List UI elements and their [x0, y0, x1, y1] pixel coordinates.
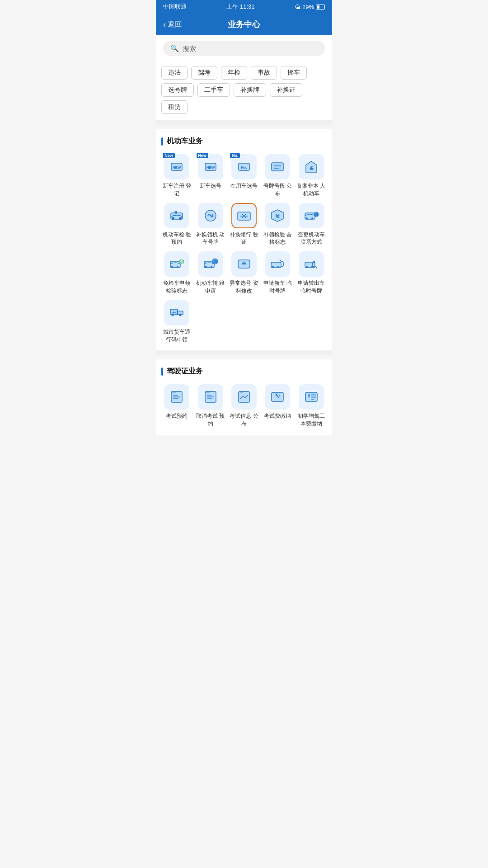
grid-item-inspection[interactable]: 预 机动车检 验预约: [161, 203, 192, 246]
replace-sticker-icon-box: 验: [265, 203, 290, 228]
grid-item-plate-announce[interactable]: 号牌号段 公布: [262, 154, 293, 198]
exam-fee-icon-box: ¥: [265, 384, 290, 410]
search-icon: 🔍: [170, 44, 179, 52]
grid-label-new-num: 新车选号: [200, 182, 221, 190]
grid-label-replace-plate: 补换领机 动车号牌: [195, 231, 225, 246]
grid-item-temp-new[interactable]: 申请新车 临时号牌: [262, 251, 293, 295]
plate-announce-icon-box: [265, 154, 290, 179]
exempt-check-icon-box: 免: [164, 251, 189, 277]
grid-item-exam-info[interactable]: 考试信息 公布: [229, 384, 259, 428]
svg-rect-83: [305, 392, 317, 401]
tag-item[interactable]: 补换牌: [234, 83, 266, 97]
grid-item-replace-plate[interactable]: 补换领机 动车号牌: [195, 203, 225, 246]
register-other-icon-box: 备: [299, 154, 324, 179]
badge-new: New: [196, 152, 209, 159]
svg-text:¥: ¥: [275, 392, 278, 397]
svg-point-61: [172, 314, 174, 316]
grid-item-exam-book[interactable]: 考试预约: [161, 384, 192, 428]
svg-text:NEW: NEW: [206, 165, 215, 170]
tag-item[interactable]: 违法: [161, 66, 188, 80]
badge-no: No.: [230, 152, 241, 159]
grid-item-new-reg[interactable]: NEW New新车注册 登记: [161, 154, 192, 198]
search-input[interactable]: [183, 45, 318, 52]
svg-rect-9: [272, 163, 283, 171]
grid-item-transfer[interactable]: 转 机动车转 籍申请: [195, 251, 225, 295]
grid-label-exempt-check: 免检车申领 检验标志: [161, 279, 192, 295]
status-right: 🌤 29%: [295, 4, 325, 10]
motor-grid: NEW New新车注册 登记 NEW New新车选号 No. No.在用车选号 …: [161, 154, 327, 343]
time-label: 上午 11:31: [226, 3, 254, 11]
search-container: 🔍: [156, 35, 332, 61]
tag-item[interactable]: 驾考: [191, 66, 217, 80]
drive-section: 驾驶证业务 考试预约 取消考试 预约 考试信息 公布 ¥ 考试费: [156, 359, 332, 435]
grid-label-truck-pass: 城市货车通 行码申领: [161, 328, 192, 344]
tag-item[interactable]: 租赁: [161, 100, 188, 114]
grid-item-change-contact[interactable]: ☎ 变更机动车 联系方式: [296, 203, 327, 246]
grid-label-change-contact: 变更机动车 联系方式: [296, 231, 327, 246]
temp-out-icon-box: [299, 251, 324, 277]
tag-item[interactable]: 补换证: [270, 83, 302, 97]
tag-item[interactable]: 挪车: [281, 66, 307, 80]
study-fee-icon-box: ¥: [299, 384, 324, 410]
tag-item[interactable]: 年检: [221, 66, 247, 80]
back-label: 返回: [168, 20, 182, 29]
svg-point-48: [277, 266, 279, 268]
svg-point-33: [171, 266, 173, 268]
grid-item-replace-sticker[interactable]: 验 补领检验 合格标志: [262, 203, 293, 246]
grid-label-register-other: 备案非本 人机动车: [296, 182, 327, 198]
motor-section-title: 机动车业务: [161, 137, 327, 146]
svg-rect-79: [239, 392, 243, 393]
grid-label-temp-new: 申请新车 临时号牌: [262, 279, 293, 295]
grid-label-exam-fee: 考试费缴纳: [264, 412, 291, 420]
new-num-icon-box: NEW New: [198, 154, 223, 179]
tags-container: 违法驾考年检事故挪车选号牌二手车补换牌补换证租赁: [156, 61, 332, 120]
svg-point-39: [205, 266, 207, 268]
grid-item-temp-out[interactable]: 申请转出车 临时号牌: [296, 251, 327, 295]
back-button[interactable]: ‹ 返回: [163, 20, 182, 29]
nav-bar: ‹ 返回 业务中心: [156, 14, 332, 35]
grid-label-inspection: 机动车检 验预约: [161, 231, 192, 246]
battery-icon: 🌤: [295, 4, 300, 10]
tag-item[interactable]: 二手车: [197, 83, 230, 97]
grid-item-exempt-check[interactable]: 免 免检车申领 检验标志: [161, 251, 192, 295]
svg-text:备: 备: [309, 166, 314, 170]
grid-label-plate-announce: 号牌号段 公布: [262, 182, 293, 198]
svg-text:☎: ☎: [314, 212, 319, 217]
divider-2: [156, 350, 332, 355]
motor-section: 机动车业务 NEW New新车注册 登记 NEW New新车选号 No. No.…: [156, 129, 332, 350]
grid-item-truck-pass[interactable]: 城市货车通 行码申领: [161, 300, 192, 344]
svg-point-27: [306, 217, 308, 219]
svg-point-47: [272, 266, 274, 268]
svg-text:¥: ¥: [308, 394, 310, 399]
grid-item-new-num[interactable]: NEW New新车选号: [195, 154, 225, 198]
status-bar: 中国联通 上午 11:31 🌤 29%: [156, 0, 332, 14]
grid-label-abnormal-num: 异常选号 资料修改: [229, 279, 259, 295]
inspection-icon-box: 预: [164, 203, 189, 228]
search-box[interactable]: 🔍: [163, 41, 325, 56]
grid-label-exam-book: 考试预约: [166, 412, 188, 420]
grid-item-cancel-exam[interactable]: 取消考试 预约: [195, 384, 225, 428]
drive-grid: 考试预约 取消考试 预约 考试信息 公布 ¥ 考试费缴纳 ¥ 初: [161, 384, 327, 428]
chevron-left-icon: ‹: [163, 20, 166, 29]
grid-label-exam-info: 考试信息 公布: [229, 412, 259, 428]
grid-item-exam-fee[interactable]: ¥ 考试费缴纳: [262, 384, 293, 428]
page-title: 业务中心: [228, 19, 260, 30]
tag-item[interactable]: 选号牌: [161, 83, 194, 97]
svg-point-62: [179, 314, 182, 316]
grid-label-inuse-num: 在用车选号: [230, 182, 258, 190]
svg-point-34: [177, 266, 178, 268]
tag-item[interactable]: 事故: [251, 66, 277, 80]
svg-line-49: [280, 259, 281, 261]
change-contact-icon-box: ☎: [299, 203, 324, 228]
grid-item-abnormal-num[interactable]: 异常选号 资料修改: [229, 251, 259, 295]
grid-item-register-other[interactable]: 备 备案非本 人机动车: [296, 154, 327, 198]
carrier-label: 中国联通: [163, 3, 187, 11]
replace-plate-icon-box: [198, 203, 223, 228]
grid-item-replace-license[interactable]: 补换领行 驶证: [229, 203, 259, 246]
svg-text:No.: No.: [241, 165, 247, 170]
svg-point-53: [306, 266, 308, 268]
grid-label-transfer: 机动车转 籍申请: [195, 279, 225, 295]
grid-item-inuse-num[interactable]: No. No.在用车选号: [229, 154, 259, 198]
grid-item-study-fee[interactable]: ¥ 初学增驾工 本费缴纳: [296, 384, 327, 428]
inuse-num-icon-box: No. No.: [231, 154, 257, 179]
